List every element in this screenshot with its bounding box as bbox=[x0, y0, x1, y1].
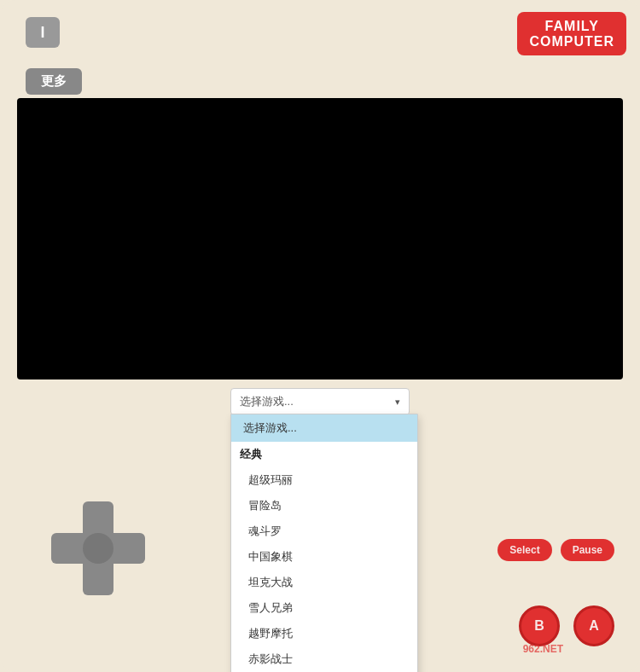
game-screen bbox=[17, 98, 623, 379]
chevron-down-icon: ▾ bbox=[395, 397, 400, 408]
game-option[interactable]: 超级玛丽 bbox=[231, 467, 417, 493]
dpad-center bbox=[83, 533, 113, 564]
pause-button[interactable]: Pause bbox=[561, 539, 614, 561]
brand-line1: FAMILY bbox=[529, 19, 614, 34]
game-selector-area: 选择游戏... ▾ 选择游戏... 经典 超级玛丽冒险岛魂斗罗中国象棋坦克大战雪… bbox=[230, 388, 410, 415]
game-option[interactable]: 雪人兄弟 bbox=[231, 595, 417, 621]
dpad[interactable] bbox=[51, 501, 145, 595]
game-option[interactable]: 坦克大战 bbox=[231, 570, 417, 595]
game-dropdown-trigger[interactable]: 选择游戏... ▾ bbox=[230, 388, 410, 415]
i-button[interactable]: I bbox=[26, 17, 60, 48]
select-button[interactable]: Select bbox=[497, 539, 551, 561]
console-body: FAMILY COMPUTER I 更多 选择游戏... ▾ 选择游戏... 经… bbox=[0, 0, 640, 672]
watermark: 962.NET bbox=[523, 643, 563, 655]
game-dropdown-list: 选择游戏... 经典 超级玛丽冒险岛魂斗罗中国象棋坦克大战雪人兄弟越野摩托赤影战… bbox=[230, 414, 418, 672]
brand-label: FAMILY COMPUTER bbox=[517, 12, 626, 55]
game-option[interactable]: 中国象棋 bbox=[231, 544, 417, 570]
dropdown-group-header: 经典 bbox=[231, 442, 417, 467]
game-option[interactable]: 冒险岛 bbox=[231, 493, 417, 518]
b-button[interactable]: B bbox=[519, 605, 560, 646]
more-button[interactable]: 更多 bbox=[26, 68, 82, 95]
dropdown-selected-text: 选择游戏... bbox=[240, 394, 294, 409]
dropdown-placeholder-option[interactable]: 选择游戏... bbox=[231, 414, 417, 442]
brand-line2: COMPUTER bbox=[529, 34, 614, 49]
game-option[interactable]: 赤影战士 bbox=[231, 646, 417, 672]
game-option[interactable]: 魂斗罗 bbox=[231, 518, 417, 544]
ab-button-group: B A bbox=[519, 605, 614, 646]
a-button[interactable]: A bbox=[573, 605, 614, 646]
select-pause-group: Select Pause bbox=[497, 539, 614, 561]
game-option[interactable]: 越野摩托 bbox=[231, 621, 417, 646]
